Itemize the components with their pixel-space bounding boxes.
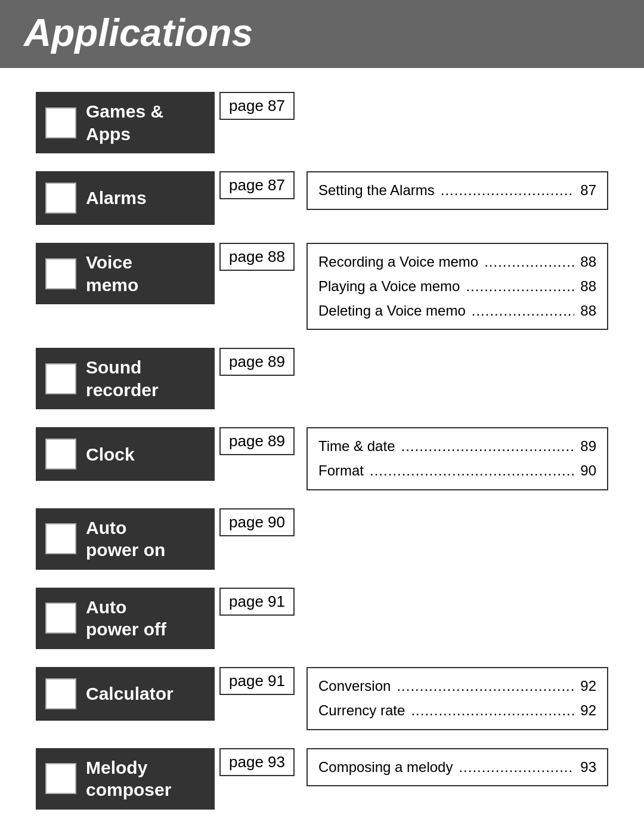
- page-ref-box-melody-composer: page 93: [219, 748, 295, 776]
- page-ref-auto-power-on: page 90: [215, 508, 295, 536]
- details-page-num: 89: [580, 434, 596, 459]
- page-ref-box-voice-memo: page 88: [219, 243, 295, 271]
- details-dots: ........................................…: [370, 459, 574, 483]
- row-melody-composer: Melody composerpage 93Composing a melody…: [36, 748, 608, 810]
- details-alarms: Setting the Alarms......................…: [306, 171, 608, 210]
- item-icon-alarms: [45, 183, 76, 214]
- details-dots: ................................: [472, 299, 575, 323]
- details-label: Time & date: [318, 434, 395, 459]
- item-label-auto-power-off: Auto power off: [86, 596, 166, 641]
- page-header: Applications: [0, 0, 644, 68]
- details-dots: ...............................: [441, 178, 575, 203]
- details-dots: ........................................…: [401, 434, 574, 459]
- details-label: Deleting a Voice memo: [318, 299, 466, 323]
- details-line: Setting the Alarms......................…: [318, 178, 596, 203]
- item-label-alarms: Alarms: [86, 187, 147, 209]
- details-page-num: 90: [580, 459, 596, 483]
- content-area: Games & Appspage 87Alarmspage 87Setting …: [0, 92, 644, 810]
- page-ref-clock: page 89: [215, 427, 295, 455]
- item-label-sound-recorder: Sound recorder: [86, 356, 159, 401]
- item-box-alarms: Alarms: [36, 171, 215, 225]
- page-ref-box-alarms: page 87: [219, 171, 295, 199]
- details-calculator: Conversion..............................…: [306, 667, 608, 730]
- page-ref-box-calculator: page 91: [219, 667, 295, 695]
- details-line: Currency rate...........................…: [318, 699, 596, 723]
- row-clock: Clockpage 89Time & date.................…: [36, 427, 608, 490]
- page-ref-games-apps: page 87: [215, 92, 295, 120]
- details-label: Conversion: [318, 674, 391, 699]
- details-label: Currency rate: [318, 699, 405, 723]
- details-page-num: 93: [580, 755, 596, 780]
- page-ref-box-auto-power-off: page 91: [219, 588, 295, 616]
- details-dots: ..............................: [484, 250, 574, 274]
- details-voice-memo: Recording a Voice memo..................…: [306, 243, 608, 330]
- item-icon-clock: [45, 438, 76, 470]
- details-label: Format: [318, 459, 364, 483]
- item-icon-calculator: [45, 678, 76, 709]
- item-box-calculator: Calculator: [36, 667, 215, 721]
- item-box-clock: Clock: [36, 427, 215, 481]
- details-label: Recording a Voice memo: [318, 250, 478, 274]
- page-ref-sound-recorder: page 89: [215, 348, 295, 376]
- page-ref-box-sound-recorder: page 89: [219, 348, 295, 376]
- row-alarms: Alarmspage 87Setting the Alarms.........…: [36, 171, 608, 225]
- item-box-games-apps: Games & Apps: [36, 92, 215, 153]
- footer-description: Your phone contains a number of preinsta…: [0, 827, 644, 840]
- page-ref-box-auto-power-on: page 90: [219, 508, 295, 536]
- page-ref-box-clock: page 89: [219, 427, 295, 455]
- item-label-games-apps: Games & Apps: [86, 100, 163, 145]
- item-box-voice-memo: Voice memo: [36, 243, 215, 304]
- row-voice-memo: Voice memopage 88Recording a Voice memo.…: [36, 243, 608, 330]
- details-label: Setting the Alarms: [318, 178, 435, 203]
- details-dots: .......................................: [459, 755, 574, 780]
- row-games-apps: Games & Appspage 87: [36, 92, 608, 153]
- page-ref-calculator: page 91: [215, 667, 295, 695]
- item-icon-sound-recorder: [45, 363, 76, 394]
- page-title: Applications: [24, 11, 620, 55]
- item-label-auto-power-on: Auto power on: [86, 517, 165, 561]
- details-page-num: 88: [580, 274, 596, 299]
- details-line: Time & date.............................…: [318, 434, 596, 459]
- page-ref-box-games-apps: page 87: [219, 92, 295, 120]
- details-dots: ........................................…: [411, 699, 574, 723]
- details-line: Playing a Voice memo....................…: [318, 274, 596, 299]
- page-ref-voice-memo: page 88: [215, 243, 295, 271]
- details-line: Conversion..............................…: [318, 674, 596, 699]
- details-dots: ................................: [466, 274, 574, 299]
- row-auto-power-off: Auto power offpage 91: [36, 588, 608, 649]
- item-icon-voice-memo: [45, 258, 76, 289]
- row-sound-recorder: Sound recorderpage 89: [36, 348, 608, 409]
- item-icon-melody-composer: [45, 763, 76, 794]
- details-page-num: 88: [580, 250, 596, 274]
- details-line: Format..................................…: [318, 459, 596, 483]
- details-page-num: 92: [580, 699, 596, 723]
- details-page-num: 92: [580, 674, 596, 699]
- details-clock: Time & date.............................…: [306, 427, 608, 490]
- item-label-calculator: Calculator: [86, 682, 174, 705]
- details-line: Recording a Voice memo..................…: [318, 250, 596, 274]
- details-line: Deleting a Voice memo...................…: [318, 299, 596, 323]
- page-ref-alarms: page 87: [215, 171, 295, 199]
- item-icon-games-apps: [45, 107, 76, 138]
- details-page-num: 88: [580, 299, 596, 323]
- details-line: Composing a melody......................…: [318, 755, 596, 780]
- details-label: Playing a Voice memo: [318, 274, 460, 299]
- details-melody-composer: Composing a melody......................…: [306, 748, 608, 787]
- item-label-voice-memo: Voice memo: [86, 251, 138, 296]
- details-page-num: 87: [580, 178, 596, 203]
- row-calculator: Calculatorpage 91Conversion.............…: [36, 667, 608, 730]
- item-box-auto-power-off: Auto power off: [36, 588, 215, 649]
- item-label-melody-composer: Melody composer: [86, 756, 171, 801]
- item-icon-auto-power-off: [45, 603, 76, 634]
- row-auto-power-on: Auto power onpage 90: [36, 508, 608, 570]
- item-icon-auto-power-on: [45, 523, 76, 554]
- item-box-sound-recorder: Sound recorder: [36, 348, 215, 409]
- item-box-melody-composer: Melody composer: [36, 748, 215, 810]
- item-box-auto-power-on: Auto power on: [36, 508, 215, 570]
- details-label: Composing a melody: [318, 755, 453, 780]
- page-ref-auto-power-off: page 91: [215, 588, 295, 616]
- page-ref-melody-composer: page 93: [215, 748, 295, 776]
- item-label-clock: Clock: [86, 443, 135, 466]
- details-dots: ........................................…: [397, 674, 574, 699]
